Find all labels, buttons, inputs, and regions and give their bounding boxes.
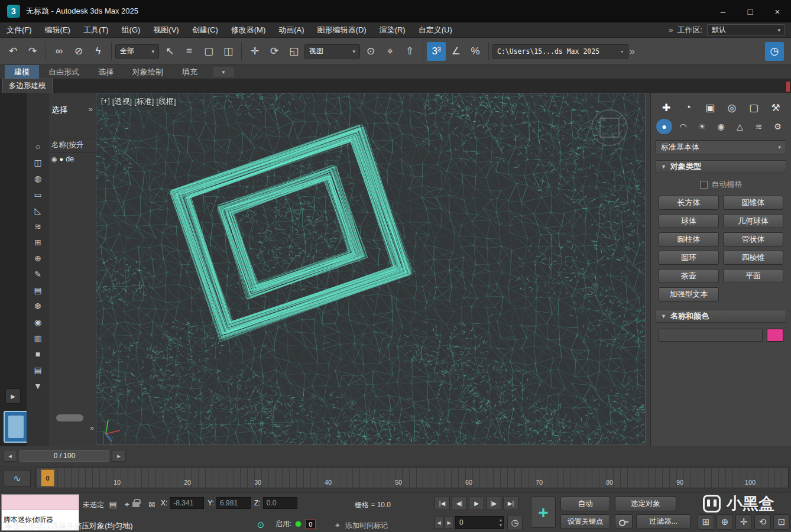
viewport-shading-menu[interactable]: [线框] <box>156 96 176 107</box>
list-tool-icon[interactable]: ▤ <box>31 284 45 296</box>
select-object-icon[interactable]: ↖ <box>160 42 179 61</box>
viewport-layout-thumbnail[interactable] <box>4 411 28 443</box>
box-button[interactable]: 长方体 <box>659 196 719 210</box>
swatch-tool-icon[interactable]: ■ <box>31 348 45 360</box>
next-frame-button[interactable]: |▶ <box>486 496 501 510</box>
display-tab-icon[interactable]: ▢ <box>745 100 762 115</box>
text-plus-button[interactable]: 加强型文本 <box>659 287 719 301</box>
circle-tool-icon[interactable]: ○ <box>31 140 45 153</box>
display-tool-icon[interactable]: ▭ <box>31 188 45 200</box>
viewport-pov-menu[interactable]: [透视] <box>112 96 132 107</box>
sphere-button[interactable]: 球体 <box>659 214 719 228</box>
object-color-dot[interactable]: ● <box>60 155 64 163</box>
horizontal-scrollbar[interactable] <box>56 414 83 421</box>
orbit-icon[interactable]: ⟲ <box>754 514 771 530</box>
expand-panel-button[interactable]: ▶ <box>5 388 21 404</box>
frame-forward-button[interactable]: ▶ <box>445 517 453 528</box>
explorer-sort-header[interactable]: 名称(按升 <box>49 138 96 153</box>
object-name-input[interactable] <box>659 329 763 342</box>
status-green-dot[interactable] <box>295 521 302 527</box>
use-pivot-center-icon[interactable]: ⊙ <box>361 42 380 61</box>
select-and-rotate-icon[interactable]: ⟳ <box>265 42 284 61</box>
zoom-icon[interactable]: ⊕ <box>717 514 733 530</box>
frame-number-field[interactable]: 0 ▴▾ <box>455 516 504 529</box>
panel-expand-bottom-icon[interactable]: » <box>90 424 93 432</box>
notes-tool-icon[interactable]: ▥ <box>31 332 45 344</box>
previous-frame-button[interactable]: ◀| <box>452 496 467 510</box>
bind-to-space-warp-icon[interactable]: ϟ <box>89 42 108 61</box>
app-logo-icon[interactable]: 3 <box>7 5 20 18</box>
angle-snap-icon[interactable]: ∠ <box>446 42 465 61</box>
ribbon-tab-modeling[interactable]: 建模 <box>5 65 39 79</box>
menu-item-tools[interactable]: 工具(T) <box>77 22 115 37</box>
reference-coordinate-dropdown[interactable]: 视图 ▾ <box>304 44 360 59</box>
globe-tool-icon[interactable]: ⊕ <box>31 252 45 264</box>
perspective-viewport[interactable]: [+][透视][标准][线框] <box>96 93 646 445</box>
menu-item-file[interactable]: 文件(F) <box>0 22 38 37</box>
menu-item-graph-editors[interactable]: 图形编辑器(D) <box>311 22 373 37</box>
go-to-start-button[interactable]: |◀ <box>435 496 450 510</box>
name-color-rollout-header[interactable]: ▼ 名称和颜色 <box>656 310 786 323</box>
frame-spinner[interactable]: ▴▾ <box>500 517 502 528</box>
viewport-canvas[interactable] <box>96 93 645 445</box>
systems-category-icon[interactable]: ⚙ <box>770 119 786 134</box>
space-warps-category-icon[interactable]: ≋ <box>751 119 767 134</box>
unlink-selection-icon[interactable]: ⊘ <box>69 42 88 61</box>
pyramid-button[interactable]: 四棱锥 <box>723 251 783 265</box>
ribbon-panel-polygon-modeling[interactable]: 多边形建模 <box>2 79 53 93</box>
menu-overflow-icon[interactable]: » <box>669 25 672 34</box>
ribbon-tab-populate[interactable]: 填充 <box>173 65 207 79</box>
track-bar-ruler[interactable]: 0 102030405060708090100 <box>35 468 789 488</box>
select-and-scale-icon[interactable]: ◱ <box>284 42 303 61</box>
ribbon-tab-object-paint[interactable]: 对象绘制 <box>123 65 173 79</box>
mini-curve-editor-button[interactable]: ∿ <box>4 470 31 486</box>
maximize-viewport-icon[interactable]: ⊡ <box>773 514 790 530</box>
go-to-end-button[interactable]: ▶| <box>503 496 518 510</box>
outline-tool-icon[interactable]: ▤ <box>31 364 45 376</box>
project-path-dropdown[interactable]: C:\Users\15...ds Max 2025 ▾ <box>492 44 628 59</box>
undo-icon[interactable]: ↶ <box>4 42 22 61</box>
time-slider[interactable]: 0 / 100 <box>20 450 109 462</box>
x-coordinate-field[interactable]: -8.341 <box>170 497 204 509</box>
selection-lock-icon[interactable] <box>132 502 140 507</box>
filter-tool-icon[interactable]: ▼ <box>31 379 45 392</box>
pin-icon[interactable]: ⌖ <box>121 498 134 511</box>
isolate-selection-icon[interactable]: ⊙ <box>254 518 267 531</box>
auto-key-button[interactable]: 自动 <box>560 497 610 511</box>
object-type-rollout-header[interactable]: ▼ 对象类型 <box>656 160 786 173</box>
select-and-move-icon[interactable]: ✛ <box>245 42 264 61</box>
create-key-button[interactable]: + <box>531 497 556 528</box>
redo-icon[interactable]: ↷ <box>23 42 42 61</box>
geosphere-button[interactable]: 几何球体 <box>723 214 783 228</box>
pen-tool-icon[interactable]: ✎ <box>31 268 45 280</box>
visibility-eye-icon[interactable]: ◉ <box>51 155 57 163</box>
object-color-swatch[interactable] <box>767 329 783 342</box>
primitive-category-dropdown[interactable]: 标准基本体 ▾ <box>656 140 786 154</box>
create-tab-icon[interactable]: ✚ <box>658 100 675 115</box>
explorer-object-row[interactable]: ◉ ● de <box>49 153 96 166</box>
lights-category-icon[interactable]: ☀ <box>694 119 710 134</box>
menu-item-create[interactable]: 创建(C) <box>186 22 225 37</box>
degradation-count[interactable]: 0 <box>305 520 316 529</box>
percent-snap-icon[interactable]: % <box>466 42 485 61</box>
selected-object-button[interactable]: 选定对象 <box>615 497 676 511</box>
menu-item-modifiers[interactable]: 修改器(M) <box>225 22 273 37</box>
select-and-manipulate-icon[interactable]: ⌖ <box>381 42 400 61</box>
y-coordinate-field[interactable]: 6.981 <box>216 497 251 509</box>
plane-button[interactable]: 平面 <box>723 269 783 283</box>
viewport-standard-menu[interactable]: [标准] <box>134 96 154 107</box>
toolbar-overflow-icon[interactable]: » <box>630 46 634 57</box>
waves-tool-icon[interactable]: ≋ <box>31 220 45 232</box>
torus-button[interactable]: 圆环 <box>659 251 719 265</box>
pan-icon[interactable]: ✛ <box>735 514 752 530</box>
tube-button[interactable]: 管状体 <box>723 232 783 246</box>
helpers-category-icon[interactable]: △ <box>732 119 748 134</box>
play-button[interactable]: ▶ <box>469 496 484 510</box>
ribbon-tab-selection[interactable]: 选择 <box>89 65 123 79</box>
eye-tool-icon[interactable]: ◉ <box>31 316 45 328</box>
add-time-tag-button[interactable]: 添加时间标记 <box>345 521 388 531</box>
time-configuration-button[interactable]: ◷ <box>507 515 523 530</box>
motion-tab-icon[interactable]: ◎ <box>724 100 740 115</box>
snowflake-tool-icon[interactable]: ❆ <box>31 300 45 312</box>
absolute-mode-icon[interactable]: ⊠ <box>145 498 158 511</box>
